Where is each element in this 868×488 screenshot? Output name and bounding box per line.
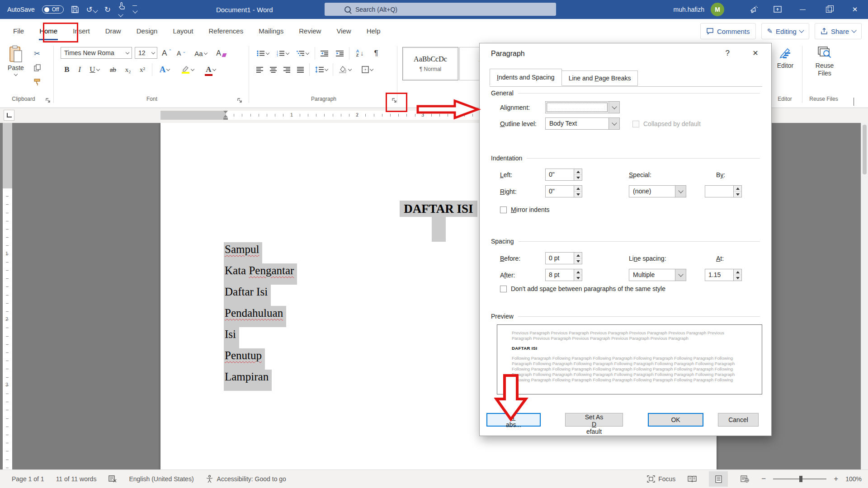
set-as-default-button[interactable]: Set As Default [565,413,623,427]
zoom-slider-thumb[interactable] [799,476,802,482]
doc-line-isi[interactable]: Isi Isi [224,327,297,348]
zoom-level[interactable]: 100% [845,475,862,483]
help-icon[interactable]: ? [726,49,730,58]
indent-left-spinner[interactable]: 0" [545,169,582,181]
print-layout-button[interactable] [709,471,728,487]
tab-stop-selector[interactable] [4,110,14,121]
font-name-combo[interactable]: Times New Roma [61,47,132,59]
doc-line-pendahuluan[interactable]: Pendahuluan Pendahuluan [224,306,297,327]
tab-line-and-page-breaks[interactable]: Line and Page Breaks [562,70,638,86]
underline-button[interactable]: U [86,63,103,76]
tab-layout[interactable]: Layout [165,19,201,43]
dont-add-space-checkbox[interactable]: Don't add space between paragraphs of th… [500,285,665,292]
text-effects-button[interactable]: A [156,63,174,76]
reuse-files-button[interactable]: ReuseFiles [805,46,844,77]
dialog-close-button[interactable]: ✕ [748,46,763,60]
avatar[interactable]: M [711,3,724,16]
left-indent-marker[interactable] [223,118,228,120]
minimize-button[interactable] [789,0,816,19]
before-spinner[interactable]: 0 pt [545,252,582,264]
word-count[interactable]: 11 of 11 words [56,475,97,483]
format-painter-button[interactable] [28,76,46,89]
tab-help[interactable]: Help [359,19,388,43]
outline-level-combo[interactable]: Body Text [545,117,620,130]
numbering-button[interactable]: 123 [273,47,292,60]
borders-button[interactable] [357,63,377,76]
vertical-ruler[interactable]: 1 2 3 [3,123,12,470]
restore-button[interactable] [816,0,842,19]
line-spacing-button[interactable] [312,63,331,76]
collapse-ribbon-button[interactable] [854,98,854,106]
save-icon[interactable] [71,5,79,14]
show-formatting-marks-button[interactable]: ¶ [370,47,382,60]
ribbon-display-options-icon[interactable] [766,0,789,19]
indent-markers[interactable] [223,111,228,120]
comments-button[interactable]: Comments [700,23,756,39]
vertical-scrollbar[interactable] [861,123,868,470]
font-size-combo[interactable]: 12 [135,47,157,59]
doc-line-sampul[interactable]: Sampul Sampul [224,242,297,263]
clipboard-dialog-launcher[interactable] [45,98,52,104]
font-dialog-launcher[interactable] [237,98,244,104]
editor-button[interactable]: Editor [771,46,799,69]
align-right-button[interactable] [280,63,293,76]
share-button[interactable]: Share [815,23,862,39]
highlight-color-button[interactable] [177,63,197,76]
hanging-indent-marker[interactable] [223,115,228,117]
zoom-out-button[interactable]: − [761,474,766,483]
strikethrough-button[interactable]: ab [106,63,120,76]
increase-indent-button[interactable] [333,47,347,60]
proofing-errors-icon[interactable] [108,475,117,483]
first-line-indent-marker[interactable] [223,111,228,113]
cancel-button[interactable]: Cancel [718,413,759,427]
indent-right-spinner[interactable]: 0" [545,185,582,197]
by-spinner[interactable] [705,185,742,197]
decrease-indent-button[interactable] [317,47,332,60]
doc-line-lampiran[interactable]: Lampiran Lampiran [224,370,297,391]
shrink-font-button[interactable]: A⌄ [175,47,188,60]
change-case-button[interactable]: Aa [192,47,210,60]
copy-button[interactable] [28,61,46,74]
tab-design[interactable]: Design [129,19,165,43]
focus-button[interactable]: Focus [647,475,675,483]
search-input[interactable]: Search (Alt+Q) [325,3,556,16]
multilevel-list-button[interactable] [293,47,312,60]
coming-soon-megaphone-icon[interactable] [742,0,766,19]
align-center-button[interactable] [267,63,279,76]
tab-draw[interactable]: Draw [98,19,129,43]
mirror-indents-checkbox[interactable]: Mirror indents [500,206,550,213]
after-spinner[interactable]: 8 pt [545,269,582,281]
doc-line-penutup[interactable]: Penutup Penutup [224,348,297,370]
tab-indents-and-spacing[interactable]: Indents and Spacing [490,69,562,86]
line-spacing-combo[interactable]: Multiple [629,269,686,281]
document-list[interactable]: Sampul Sampul Kata Pengantar Kata Pengan… [224,242,297,391]
grow-font-button[interactable]: A⌃ [160,47,174,60]
clear-formatting-button[interactable]: A [213,47,229,60]
zoom-slider[interactable] [773,479,826,479]
accessibility-status[interactable]: Accessibility: Good to go [206,475,286,483]
language-indicator[interactable]: English (United States) [129,475,193,483]
paste-button[interactable]: Paste [5,45,27,75]
style-normal[interactable]: AaBbCcDc ¶ Normal [402,47,458,80]
read-mode-button[interactable] [683,471,702,487]
sort-button[interactable]: AZ ↓ [352,47,368,60]
close-button[interactable]: ✕ [842,0,868,19]
user-name[interactable]: muh.hafizh [674,6,704,13]
italic-button[interactable]: I [74,63,85,76]
tab-file[interactable]: File [5,19,32,43]
tab-view[interactable]: View [329,19,359,43]
undo-button[interactable]: ↺ [86,6,97,14]
touch-mode-button[interactable] [118,2,125,18]
alignment-combo[interactable] [545,101,620,113]
doc-line-daftar-isi[interactable]: Daftar Isi Daftar Isi [224,285,297,306]
align-left-button[interactable] [253,63,266,76]
font-color-button[interactable]: A [201,63,221,76]
special-combo[interactable]: (none) [629,185,686,197]
editing-mode-button[interactable]: ✎ Editing [761,23,809,39]
tab-review[interactable]: Review [291,19,329,43]
bold-button[interactable]: B [61,63,73,76]
customize-quick-access-icon[interactable] [132,5,137,14]
at-spinner[interactable]: 1.15 [705,269,742,281]
doc-line-kata-pengantar[interactable]: Kata Pengantar Kata Pengantar [224,263,297,285]
cut-button[interactable]: ✂ [28,47,46,60]
